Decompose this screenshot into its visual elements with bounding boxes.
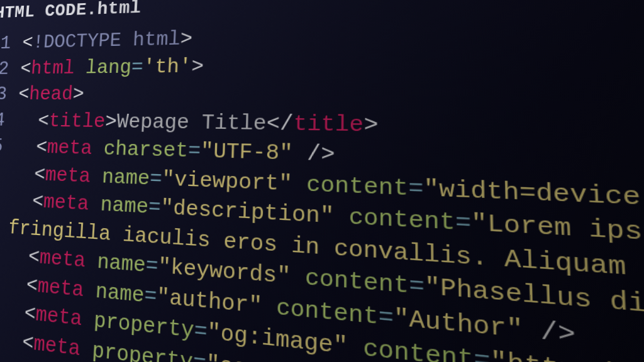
- line-number: 2: [0, 56, 10, 82]
- token: [91, 137, 104, 160]
- editor-window: HTML CODE.html 123456789101112 <!DOCTYPE…: [0, 0, 644, 362]
- token: name: [101, 165, 150, 190]
- token: =: [455, 209, 471, 238]
- token: meta: [35, 302, 82, 332]
- line-number: 6: [0, 159, 2, 187]
- token: =: [378, 303, 393, 332]
- token: [88, 192, 101, 217]
- token: =: [145, 253, 159, 279]
- token: =: [474, 345, 491, 362]
- token: </: [266, 111, 294, 136]
- token: =: [408, 175, 424, 202]
- token: />: [307, 141, 335, 168]
- line-number: 5: [0, 133, 4, 160]
- token: [334, 204, 348, 231]
- token: =: [192, 349, 207, 362]
- token: =: [131, 55, 144, 78]
- token: =: [149, 167, 162, 191]
- code-area[interactable]: <!DOCTYPE html><html lang='th'><head><ti…: [0, 1, 644, 362]
- token: html: [30, 57, 75, 79]
- token: >: [72, 83, 85, 106]
- token: [74, 57, 86, 79]
- line-number: 4: [0, 107, 6, 133]
- token: =: [187, 139, 201, 163]
- token: meta: [39, 246, 86, 273]
- token: >: [191, 55, 204, 78]
- token: 'th': [143, 55, 192, 79]
- file-name-label: HTML CODE.html: [0, 0, 142, 23]
- token: name: [95, 279, 145, 309]
- token: content: [348, 204, 455, 237]
- token: "UTF-8": [200, 139, 293, 166]
- token: [262, 293, 277, 321]
- token: [81, 307, 94, 332]
- token: title: [293, 111, 364, 138]
- token: name: [100, 193, 149, 219]
- token: charset: [103, 137, 189, 163]
- line-number: 3: [0, 82, 8, 107]
- token: =: [409, 272, 425, 301]
- token: [523, 315, 541, 346]
- token: [85, 249, 98, 274]
- token: />: [540, 316, 576, 349]
- token: meta: [45, 163, 91, 187]
- token: [90, 165, 103, 189]
- token: head: [28, 83, 74, 106]
- token: title: [48, 109, 106, 133]
- token: =: [194, 318, 208, 346]
- line-number: 1: [0, 31, 12, 57]
- token: !DOCTYPE html: [32, 28, 180, 53]
- token: meta: [47, 136, 93, 160]
- token: "viewport": [162, 167, 293, 196]
- token: [83, 278, 96, 304]
- token: [293, 141, 308, 167]
- token: [291, 263, 305, 291]
- token: name: [97, 250, 147, 278]
- token: meta: [37, 274, 85, 302]
- token: content: [305, 265, 409, 300]
- token: meta: [33, 331, 81, 361]
- token: >: [104, 110, 118, 133]
- token: meta: [43, 190, 90, 216]
- token: =: [148, 195, 161, 220]
- token: lang: [85, 56, 132, 79]
- token: =: [144, 283, 158, 309]
- token: [292, 171, 307, 197]
- token: content: [306, 172, 408, 202]
- code-editor[interactable]: 123456789101112 <!DOCTYPE html><html lan…: [0, 1, 644, 362]
- token: [348, 333, 363, 362]
- token: >: [364, 112, 378, 138]
- token: [79, 336, 92, 362]
- token: >: [180, 27, 193, 50]
- token: Wepage Title: [116, 110, 267, 136]
